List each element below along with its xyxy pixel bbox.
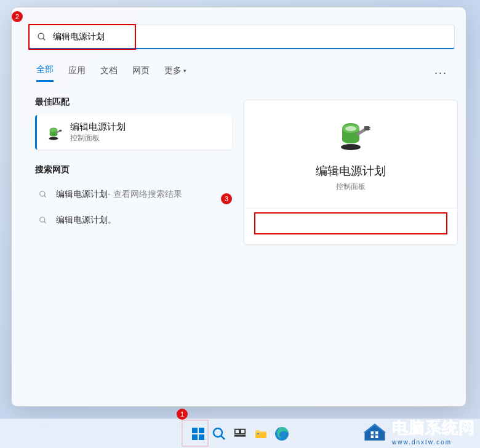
- svg-rect-13: [369, 127, 370, 128]
- svg-rect-18: [199, 434, 204, 440]
- power-plan-icon-large: [331, 114, 370, 153]
- search-icon: [37, 32, 47, 42]
- svg-line-8: [44, 222, 46, 223]
- svg-point-0: [38, 33, 44, 39]
- preview-card: 编辑电源计划 控制面板: [244, 100, 458, 245]
- svg-rect-29: [371, 435, 374, 438]
- preview-subtitle: 控制面板: [254, 182, 447, 192]
- svg-rect-22: [241, 429, 245, 433]
- preview-pane: 编辑电源计划 控制面板: [244, 100, 458, 245]
- task-view-button[interactable]: [232, 426, 248, 442]
- svg-rect-12: [364, 126, 369, 130]
- svg-rect-16: [199, 428, 204, 433]
- web-result-1[interactable]: 编辑电源计划。: [35, 209, 232, 232]
- svg-line-6: [44, 196, 46, 198]
- svg-rect-14: [369, 129, 370, 130]
- search-box[interactable]: [29, 25, 455, 49]
- svg-point-19: [214, 428, 222, 437]
- web-result-text: 编辑电源计划。: [56, 215, 116, 226]
- preview-title: 编辑电源计划: [254, 163, 447, 179]
- more-menu-button[interactable]: ···: [434, 66, 447, 79]
- svg-point-3: [50, 128, 58, 132]
- file-explorer-button[interactable]: [253, 426, 269, 442]
- svg-point-7: [40, 217, 45, 222]
- taskbar-search-button[interactable]: [211, 426, 227, 442]
- svg-point-5: [40, 191, 45, 196]
- best-match-subtitle: 控制面板: [70, 133, 126, 143]
- power-plan-icon: [44, 123, 63, 142]
- annotation-marker-3: 3: [221, 193, 232, 204]
- tab-apps[interactable]: 应用: [68, 65, 86, 81]
- search-input[interactable]: [53, 32, 447, 42]
- tab-all[interactable]: 全部: [36, 64, 54, 82]
- svg-rect-27: [371, 431, 374, 434]
- results-left: 最佳匹配 编辑电源计划 控制面板 搜索网页 编辑电源计划 - 查看网络搜索结果 …: [35, 97, 232, 232]
- svg-rect-28: [375, 431, 378, 434]
- best-match-title: 编辑电源计划: [70, 121, 126, 133]
- search-web-heading: 搜索网页: [35, 164, 232, 175]
- tab-more[interactable]: 更多▾: [164, 65, 186, 81]
- search-panel: 全部 应用 文档 网页 更多▾ ··· 最佳匹配 编辑电源计划 控制面板 搜索网…: [11, 7, 466, 407]
- svg-line-20: [221, 436, 225, 439]
- web-result-0[interactable]: 编辑电源计划 - 查看网络搜索结果 ›: [35, 183, 232, 206]
- best-match-heading: 最佳匹配: [35, 97, 232, 108]
- svg-rect-4: [59, 130, 62, 132]
- watermark-url: www.dnxtw.com: [392, 439, 475, 446]
- svg-point-2: [49, 137, 58, 140]
- start-button[interactable]: [190, 426, 206, 442]
- edge-button[interactable]: [274, 426, 290, 442]
- annotation-marker-2: 2: [12, 11, 23, 22]
- svg-rect-30: [375, 435, 378, 438]
- preview-action-open[interactable]: [254, 212, 447, 234]
- svg-rect-15: [192, 428, 198, 433]
- search-icon: [39, 190, 47, 199]
- svg-rect-23: [235, 435, 246, 436]
- watermark-title: 电脑系统网: [392, 417, 475, 439]
- watermark-logo: [361, 418, 388, 445]
- svg-rect-25: [257, 433, 259, 434]
- tab-docs[interactable]: 文档: [100, 65, 118, 81]
- search-icon: [39, 216, 47, 225]
- chevron-down-icon: ▾: [183, 68, 186, 74]
- web-result-text: 编辑电源计划: [56, 189, 108, 200]
- svg-point-11: [345, 126, 356, 131]
- web-result-suffix: - 查看网络搜索结果: [108, 189, 182, 200]
- search-tabs: 全部 应用 文档 网页 更多▾ ···: [36, 64, 454, 82]
- svg-rect-24: [255, 433, 266, 438]
- watermark: 电脑系统网 www.dnxtw.com: [361, 417, 475, 446]
- annotation-marker-1: 1: [177, 409, 188, 420]
- svg-point-9: [341, 144, 361, 150]
- svg-rect-21: [235, 429, 239, 433]
- svg-line-1: [43, 38, 45, 40]
- svg-rect-17: [192, 434, 198, 440]
- best-match-item[interactable]: 编辑电源计划 控制面板: [35, 115, 232, 150]
- tab-web[interactable]: 网页: [132, 65, 150, 81]
